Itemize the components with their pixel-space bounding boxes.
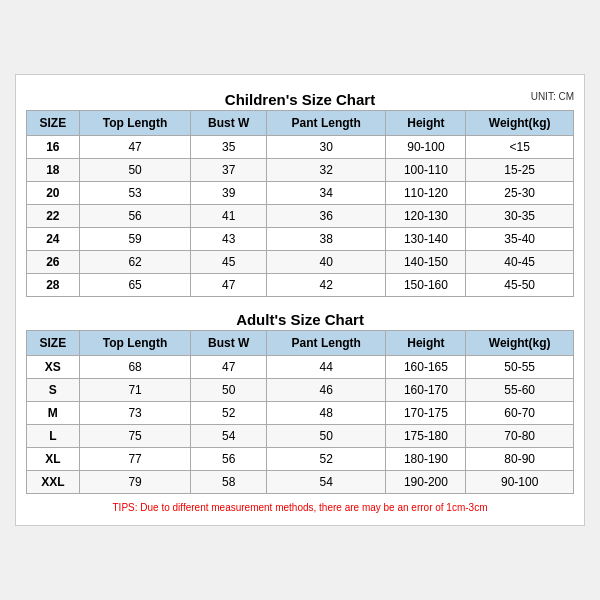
table-cell: 44	[267, 356, 386, 379]
table-cell: 62	[79, 251, 191, 274]
table-cell: 120-130	[386, 205, 466, 228]
table-cell: 160-165	[386, 356, 466, 379]
adult-col-top-length: Top Length	[79, 331, 191, 356]
table-cell: 71	[79, 379, 191, 402]
table-cell: 52	[191, 402, 267, 425]
table-cell: 58	[191, 471, 267, 494]
children-size-table: SIZE Top Length Bust W Pant Length Heigh…	[26, 110, 574, 297]
table-row: L755450175-18070-80	[27, 425, 574, 448]
adults-size-table: SIZE Top Length Bust W Pant Length Heigh…	[26, 330, 574, 494]
table-cell: <15	[466, 136, 574, 159]
table-cell: 24	[27, 228, 80, 251]
col-size: SIZE	[27, 111, 80, 136]
table-cell: 30-35	[466, 205, 574, 228]
table-row: S715046160-17055-60	[27, 379, 574, 402]
table-row: M735248170-17560-70	[27, 402, 574, 425]
table-cell: 170-175	[386, 402, 466, 425]
table-row: XL775652180-19080-90	[27, 448, 574, 471]
table-cell: 40-45	[466, 251, 574, 274]
table-cell: 22	[27, 205, 80, 228]
children-section-title: Children's Size Chart UNIT: CM	[26, 85, 574, 110]
table-cell: 30	[267, 136, 386, 159]
col-top-length: Top Length	[79, 111, 191, 136]
table-cell: 54	[267, 471, 386, 494]
table-cell: 190-200	[386, 471, 466, 494]
table-cell: 80-90	[466, 448, 574, 471]
table-cell: 70-80	[466, 425, 574, 448]
table-row: XXL795854190-20090-100	[27, 471, 574, 494]
table-row: 24594338130-14035-40	[27, 228, 574, 251]
table-cell: 75	[79, 425, 191, 448]
table-row: 1647353090-100<15	[27, 136, 574, 159]
table-cell: 180-190	[386, 448, 466, 471]
table-cell: S	[27, 379, 80, 402]
table-cell: 18	[27, 159, 80, 182]
table-cell: 130-140	[386, 228, 466, 251]
table-cell: 54	[191, 425, 267, 448]
table-cell: 52	[267, 448, 386, 471]
table-cell: 160-170	[386, 379, 466, 402]
table-cell: 34	[267, 182, 386, 205]
table-cell: 32	[267, 159, 386, 182]
table-cell: 20	[27, 182, 80, 205]
table-cell: 56	[79, 205, 191, 228]
table-cell: 43	[191, 228, 267, 251]
table-cell: 35-40	[466, 228, 574, 251]
table-cell: 41	[191, 205, 267, 228]
table-cell: 110-120	[386, 182, 466, 205]
table-cell: 47	[191, 274, 267, 297]
table-cell: 38	[267, 228, 386, 251]
table-cell: 16	[27, 136, 80, 159]
children-title-text: Children's Size Chart	[225, 91, 375, 108]
chart-container: Children's Size Chart UNIT: CM SIZE Top …	[15, 74, 585, 526]
col-height: Height	[386, 111, 466, 136]
table-cell: 37	[191, 159, 267, 182]
adult-col-size: SIZE	[27, 331, 80, 356]
table-row: 20533934110-12025-30	[27, 182, 574, 205]
table-cell: 79	[79, 471, 191, 494]
table-cell: 68	[79, 356, 191, 379]
col-weight: Weight(kg)	[466, 111, 574, 136]
tips-text: TIPS: Due to different measurement metho…	[26, 500, 574, 515]
table-cell: 55-60	[466, 379, 574, 402]
adults-title-text: Adult's Size Chart	[236, 311, 364, 328]
table-cell: 40	[267, 251, 386, 274]
table-row: XS684744160-16550-55	[27, 356, 574, 379]
table-cell: 140-150	[386, 251, 466, 274]
table-cell: 90-100	[386, 136, 466, 159]
table-cell: 25-30	[466, 182, 574, 205]
table-cell: 90-100	[466, 471, 574, 494]
table-cell: 48	[267, 402, 386, 425]
adult-col-pant-length: Pant Length	[267, 331, 386, 356]
table-cell: 39	[191, 182, 267, 205]
table-cell: XL	[27, 448, 80, 471]
table-cell: 50	[79, 159, 191, 182]
table-cell: 36	[267, 205, 386, 228]
adult-col-weight: Weight(kg)	[466, 331, 574, 356]
adult-col-height: Height	[386, 331, 466, 356]
table-cell: 45-50	[466, 274, 574, 297]
adult-col-bust-w: Bust W	[191, 331, 267, 356]
table-cell: 59	[79, 228, 191, 251]
children-header-row: SIZE Top Length Bust W Pant Length Heigh…	[27, 111, 574, 136]
table-cell: 65	[79, 274, 191, 297]
table-cell: 77	[79, 448, 191, 471]
table-cell: 50	[191, 379, 267, 402]
table-cell: 56	[191, 448, 267, 471]
table-cell: 175-180	[386, 425, 466, 448]
table-cell: 53	[79, 182, 191, 205]
table-cell: M	[27, 402, 80, 425]
table-cell: 26	[27, 251, 80, 274]
table-cell: 45	[191, 251, 267, 274]
table-row: 18503732100-11015-25	[27, 159, 574, 182]
table-cell: 35	[191, 136, 267, 159]
adults-section-title: Adult's Size Chart	[26, 305, 574, 330]
table-cell: 100-110	[386, 159, 466, 182]
col-pant-length: Pant Length	[267, 111, 386, 136]
table-cell: 50	[267, 425, 386, 448]
table-cell: 46	[267, 379, 386, 402]
table-row: 22564136120-13030-35	[27, 205, 574, 228]
table-row: 28654742150-16045-50	[27, 274, 574, 297]
table-cell: 28	[27, 274, 80, 297]
table-cell: XS	[27, 356, 80, 379]
